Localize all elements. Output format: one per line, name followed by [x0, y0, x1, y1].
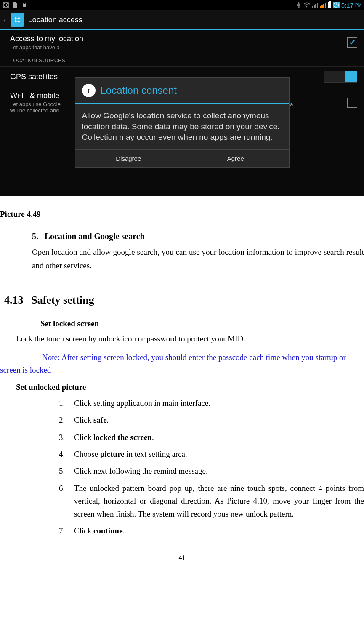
figure-caption: Picture 4.49: [0, 210, 364, 219]
app-bar-title: Location access: [28, 16, 82, 24]
checkbox-unchecked[interactable]: ✔: [347, 98, 357, 108]
setting-title: Access to my location: [10, 35, 83, 43]
status-bar: 5:17 PM: [0, 0, 364, 10]
wifi-icon: [303, 2, 310, 8]
agree-button[interactable]: Agree: [182, 150, 289, 167]
list-item: 5. Click next following the remind messa…: [59, 465, 364, 477]
android-screenshot: 5:17 PM ‹ Location access Access to my l…: [0, 0, 364, 196]
list-item: 7. Click continue.: [59, 525, 364, 537]
toggle-on[interactable]: I: [324, 71, 357, 83]
note-text: Note: After setting screen locked, you s…: [0, 351, 364, 377]
location-settings-icon[interactable]: [11, 13, 24, 27]
dialog-title: Location consent: [101, 85, 177, 96]
section-5: 5. Location and Google search Open locat…: [32, 232, 364, 273]
location-consent-dialog: i Location consent Allow Google's locati…: [75, 77, 290, 168]
list-item: 3. Click locked the screen.: [59, 431, 364, 444]
android-icon: [21, 2, 28, 8]
section-body: Open location and allow google search, y…: [32, 245, 364, 273]
app-bar: ‹ Location access: [0, 10, 364, 30]
dialog-body: Allow Google's location service to colle…: [75, 104, 289, 149]
battery-icon: [328, 2, 331, 8]
signal-icon-2: [320, 2, 326, 8]
subheading-set-unlocked-picture: Set unlocked picture: [16, 383, 364, 392]
subheading-set-locked-screen: Set locked screen: [40, 319, 364, 328]
page-number: 41: [0, 554, 364, 562]
list-item: 1. Click setting application in main int…: [59, 397, 364, 410]
heading-4-13: 4.13 Safety setting: [4, 294, 364, 307]
disagree-button[interactable]: Disagree: [75, 150, 182, 167]
status-time: 5:17: [341, 2, 353, 9]
back-icon[interactable]: ‹: [3, 15, 6, 25]
setting-title: GPS satellites: [10, 72, 58, 81]
clock-icon: [333, 2, 340, 8]
heading-title: Safety setting: [31, 294, 94, 306]
settings-body: Access to my location Let apps that have…: [0, 30, 364, 196]
info-icon: i: [82, 84, 96, 97]
section-header: LOCATION SOURCES: [0, 55, 364, 67]
list-item: 2. Click safe.: [59, 414, 364, 426]
checkbox-checked[interactable]: ✔: [347, 37, 357, 48]
setting-subtitle: Let apps that have a: [10, 44, 83, 51]
list-item: 6. The unlocked pattern board pop up, th…: [59, 482, 364, 520]
heading-number: 4.13: [4, 294, 24, 306]
sd-icon: [12, 2, 19, 8]
document-body: Picture 4.49 5. Location and Google sear…: [0, 196, 364, 570]
bluetooth-icon: [295, 2, 302, 8]
signal-icon: [312, 2, 318, 8]
section-title: Location and Google search: [45, 232, 145, 241]
svg-point-4: [306, 6, 307, 8]
setting-access-my-location[interactable]: Access to my location Let apps that have…: [0, 30, 364, 55]
status-ampm: PM: [355, 3, 361, 8]
paragraph: Lock the touch screen by unlock icon or …: [16, 333, 364, 345]
section-number: 5.: [32, 232, 38, 241]
notification-icon: [3, 2, 9, 8]
steps-list: 1. Click setting application in main int…: [59, 397, 364, 538]
svg-rect-1: [23, 4, 26, 7]
list-item: 4. Choose picture in text setting area.: [59, 448, 364, 461]
